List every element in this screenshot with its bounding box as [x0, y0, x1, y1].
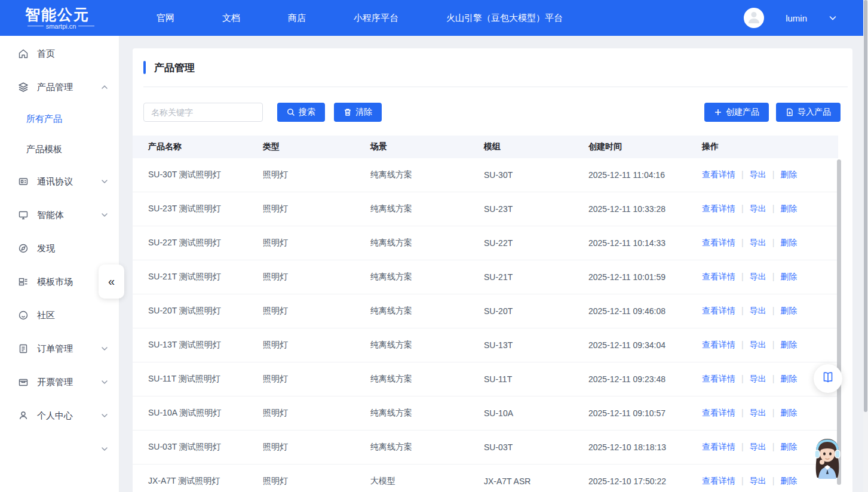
delete-link[interactable]: 删除 [780, 408, 797, 417]
sidebar-item-personal-center[interactable]: 个人中心 [0, 399, 119, 432]
delete-link[interactable]: 删除 [780, 238, 797, 247]
layers-icon [18, 82, 29, 93]
export-link[interactable]: 导出 [750, 272, 766, 281]
username[interactable]: lumin [786, 13, 807, 23]
chevron-down-icon[interactable] [101, 445, 108, 453]
view-details-link[interactable]: 查看详情 [702, 272, 735, 281]
cell-scene: 纯离线方案 [370, 272, 484, 282]
delete-link[interactable]: 删除 [780, 306, 797, 315]
view-details-link[interactable]: 查看详情 [702, 476, 735, 485]
delete-link[interactable]: 删除 [780, 340, 797, 349]
cell-type: 照明灯 [263, 306, 370, 316]
home-icon [18, 48, 29, 59]
sidebar-item-agent[interactable]: 智能体 [0, 198, 119, 232]
view-details-link[interactable]: 查看详情 [702, 204, 735, 213]
cell-type: 照明灯 [263, 238, 370, 248]
chevron-down-icon[interactable] [101, 345, 108, 352]
docs-floating-button[interactable] [814, 364, 842, 393]
export-link[interactable]: 导出 [750, 204, 766, 213]
nav-item-official-site[interactable]: 官网 [157, 13, 174, 24]
view-details-link[interactable]: 查看详情 [702, 306, 735, 315]
import-file-icon [786, 108, 794, 116]
chevron-down-icon[interactable] [101, 412, 108, 419]
view-details-link[interactable]: 查看详情 [702, 374, 735, 383]
sidebar-item-home[interactable]: 首页 [0, 37, 119, 70]
export-link[interactable]: 导出 [750, 340, 766, 349]
toolbar: 搜索 清除 创建产品 导入产品 [143, 103, 841, 122]
cell-scene: 纯离线方案 [370, 442, 484, 453]
table-row: SU-20T 测试照明灯 照明灯 纯离线方案 SU-20T 2025-12-11… [133, 294, 838, 328]
assistant-mascot[interactable] [810, 436, 845, 479]
sidebar-item-order-management[interactable]: 订单管理 [0, 332, 119, 365]
export-link[interactable]: 导出 [750, 238, 766, 247]
sidebar-collapse-button[interactable]: « [99, 265, 124, 299]
chevron-up-icon[interactable] [101, 84, 108, 91]
window-scrollbar[interactable] [863, 0, 868, 492]
search-icon [287, 108, 295, 116]
cell-scene: 纯离线方案 [370, 340, 484, 350]
user-avatar[interactable] [744, 8, 764, 28]
delete-link[interactable]: 删除 [780, 272, 797, 281]
sidebar-item-product-management[interactable]: 产品管理 [0, 70, 119, 104]
nav-item-docs[interactable]: 文档 [222, 13, 240, 24]
cell-created-time: 2025-12-11 09:34:04 [588, 340, 702, 350]
cell-product-name: SU-21T 测试照明灯 [133, 272, 263, 282]
export-link[interactable]: 导出 [750, 170, 766, 179]
cell-module: SU-11T [484, 374, 588, 384]
delete-link[interactable]: 删除 [780, 374, 797, 383]
sidebar-item-community[interactable]: 社区 [0, 299, 119, 332]
sidebar-item-communication-protocol[interactable]: 通讯协议 [0, 165, 119, 198]
clear-button[interactable]: 清除 [334, 103, 382, 122]
table-header-row: 产品名称 类型 场景 模组 创建时间 操作 [133, 136, 838, 158]
sidebar-item-discover[interactable]: 发现 [0, 232, 119, 265]
cell-type: 照明灯 [263, 272, 370, 282]
cell-scene: 纯离线方案 [370, 238, 484, 248]
delete-link[interactable]: 删除 [780, 204, 797, 213]
view-details-link[interactable]: 查看详情 [702, 408, 735, 417]
delete-link[interactable]: 删除 [780, 476, 797, 485]
export-link[interactable]: 导出 [750, 408, 766, 417]
table-row: SU-21T 测试照明灯 照明灯 纯离线方案 SU-21T 2025-12-11… [133, 260, 838, 294]
cell-created-time: 2025-12-11 11:04:16 [588, 170, 702, 180]
sidebar-item-label: 产品管理 [37, 82, 101, 93]
view-details-link[interactable]: 查看详情 [702, 238, 735, 247]
view-details-link[interactable]: 查看详情 [702, 170, 735, 179]
sidebar-item-label: 首页 [37, 48, 108, 60]
nav-item-volcengine-platform[interactable]: 火山引擎（豆包大模型）平台 [446, 13, 563, 24]
table-row: SU-03T 测试照明灯 照明灯 纯离线方案 SU-03T 2025-12-10… [133, 430, 838, 465]
chevron-down-icon[interactable] [829, 14, 837, 22]
logo-title: 智能公元 [25, 7, 97, 22]
export-link[interactable]: 导出 [750, 374, 766, 383]
export-link[interactable]: 导出 [750, 306, 766, 315]
table-body: SU-30T 测试照明灯 照明灯 纯离线方案 SU-30T 2025-12-11… [133, 158, 838, 492]
sidebar-item-label: 社区 [37, 310, 108, 321]
smiley-icon [18, 310, 29, 321]
cell-product-name: JX-A7T 测试照明灯 [133, 476, 263, 487]
sidebar-item-invoice-management[interactable]: 开票管理 [0, 365, 119, 399]
sidebar-item-all-products[interactable]: 所有产品 [0, 104, 119, 134]
delete-link[interactable]: 删除 [780, 442, 797, 451]
nav-item-store[interactable]: 商店 [288, 13, 306, 24]
nav-user-area: lumin [744, 8, 837, 28]
user-icon [18, 410, 29, 421]
create-product-button[interactable]: 创建产品 [704, 103, 769, 122]
sidebar-item-label: 通讯协议 [37, 176, 101, 187]
cell-scene: 纯离线方案 [370, 170, 484, 180]
logo[interactable]: 智能公元 smartpi.cn [25, 7, 97, 30]
delete-link[interactable]: 删除 [780, 170, 797, 179]
sidebar-item-product-templates[interactable]: 产品模板 [0, 134, 119, 165]
chevron-down-icon[interactable] [101, 178, 108, 185]
chevron-down-icon[interactable] [101, 379, 108, 386]
sidebar-item-extra[interactable] [0, 432, 119, 466]
chevron-down-icon[interactable] [101, 211, 108, 219]
search-button[interactable]: 搜索 [277, 103, 325, 122]
nav-item-miniprogram-platform[interactable]: 小程序平台 [354, 13, 398, 24]
import-product-button[interactable]: 导入产品 [776, 103, 841, 122]
view-details-link[interactable]: 查看详情 [702, 442, 735, 451]
export-link[interactable]: 导出 [750, 476, 766, 485]
window-scrollbar-thumb[interactable] [864, 0, 867, 412]
export-link[interactable]: 导出 [750, 442, 766, 451]
view-details-link[interactable]: 查看详情 [702, 340, 735, 349]
page-title: 产品管理 [154, 61, 195, 75]
search-input[interactable] [143, 103, 263, 122]
